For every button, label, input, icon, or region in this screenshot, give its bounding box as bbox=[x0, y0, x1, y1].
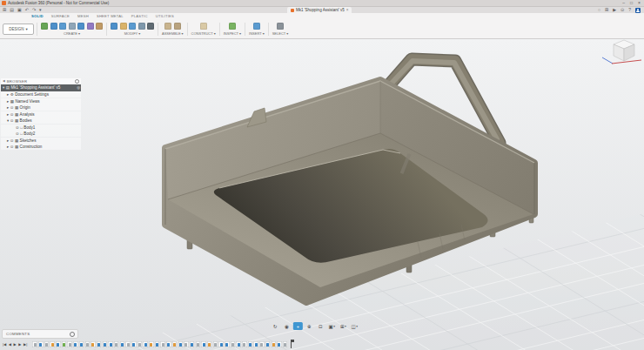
save-icon[interactable]: ▣ bbox=[17, 7, 22, 13]
timeline-feature-icon[interactable] bbox=[38, 341, 44, 347]
group-insert-label[interactable]: INSERT bbox=[249, 31, 262, 36]
extensions-icon[interactable]: ⊞ bbox=[605, 7, 608, 13]
profile-avatar[interactable] bbox=[635, 8, 641, 13]
timeline-feature-icon[interactable] bbox=[160, 341, 165, 347]
group-create-label[interactable]: CREATE bbox=[64, 31, 77, 36]
caret-right-icon[interactable]: ▸ bbox=[7, 144, 9, 150]
move-copy-icon[interactable] bbox=[147, 23, 154, 30]
help-icon[interactable]: ? bbox=[628, 7, 631, 13]
timeline-feature-icon[interactable] bbox=[196, 341, 201, 347]
timeline-feature-icon[interactable] bbox=[236, 341, 241, 347]
timeline-feature-icon[interactable] bbox=[73, 341, 78, 347]
group-select-label[interactable]: SELECT bbox=[272, 31, 286, 36]
new-component-icon[interactable] bbox=[41, 23, 48, 30]
assemble-component-icon[interactable] bbox=[164, 23, 171, 30]
revolve-icon[interactable] bbox=[59, 23, 66, 30]
group-assemble-label[interactable]: ASSEMBLE bbox=[162, 31, 181, 36]
timeline-feature-icon[interactable] bbox=[259, 341, 265, 347]
tab-utilities[interactable]: UTILITIES bbox=[156, 13, 174, 20]
timeline-feature-icon[interactable] bbox=[67, 341, 72, 347]
eye-icon[interactable]: ⊙ bbox=[16, 125, 19, 131]
tab-sheet-metal[interactable]: SHEET METAL bbox=[97, 13, 124, 20]
browser-item-analysis[interactable]: ▸ ⊙ ▦ Analysis bbox=[1, 111, 81, 118]
job-status-icon[interactable]: ▶ bbox=[613, 7, 616, 13]
press-pull-icon[interactable] bbox=[111, 23, 117, 30]
browser-item-construction[interactable]: ▸ ⊙ ▦ Construction bbox=[1, 144, 81, 150]
timeline-feature-icon[interactable] bbox=[56, 341, 61, 347]
timeline-feature-icon[interactable] bbox=[120, 341, 125, 347]
viewport-canvas[interactable]: ◀ BROWSER ▾ ▤ Mk1 'Shopping Assistant' v… bbox=[0, 38, 644, 350]
close-button[interactable]: × bbox=[638, 0, 641, 6]
display-settings-button[interactable]: ▣▾ bbox=[327, 322, 337, 330]
step-forward-button[interactable]: ▶ bbox=[18, 342, 21, 347]
collapse-browser-icon[interactable]: ◀ bbox=[3, 79, 5, 83]
browser-item-origin[interactable]: ▸ ⊙ ▦ Origin bbox=[1, 104, 81, 111]
timeline-feature-icon[interactable] bbox=[149, 341, 154, 347]
timeline-feature-icon[interactable] bbox=[248, 341, 253, 347]
timeline-feature-icon[interactable] bbox=[155, 341, 160, 347]
zoom-button[interactable]: ⊕ bbox=[305, 322, 314, 330]
viewports-button[interactable]: ◫▾ bbox=[350, 322, 359, 330]
construction-plane-icon[interactable] bbox=[200, 23, 207, 30]
notifications-icon[interactable]: ⊙ bbox=[621, 7, 624, 13]
minimize-button[interactable]: – bbox=[622, 0, 625, 6]
timeline-feature-icon[interactable] bbox=[283, 341, 288, 347]
timeline-feature-icon[interactable] bbox=[131, 341, 137, 347]
design-workspace-button[interactable]: DESIGN ▾ bbox=[3, 24, 34, 35]
orbit-button[interactable]: ↻ bbox=[271, 322, 280, 330]
eye-icon[interactable]: ⊙ bbox=[10, 111, 14, 118]
fit-button[interactable]: ⊡ bbox=[316, 322, 325, 330]
caret-right-icon[interactable]: ▸ bbox=[7, 91, 9, 98]
timeline-feature-icon[interactable] bbox=[125, 341, 131, 347]
timeline-feature-icon[interactable] bbox=[97, 341, 102, 347]
timeline-feature-icon[interactable] bbox=[108, 341, 113, 347]
timeline-feature-icon[interactable] bbox=[172, 341, 178, 347]
caret-right-icon[interactable]: ▸ bbox=[7, 138, 9, 144]
browser-root-node[interactable]: ▾ ▤ Mk1 'Shopping Assistant' v5 ◎ bbox=[1, 84, 81, 91]
comments-panel[interactable]: COMMENTS bbox=[2, 329, 78, 339]
timeline-feature-icon[interactable] bbox=[85, 341, 91, 347]
tab-surface[interactable]: SURFACE bbox=[51, 13, 70, 20]
timeline-feature-icon[interactable] bbox=[166, 341, 171, 347]
tab-mesh[interactable]: MESH bbox=[77, 13, 89, 20]
undo-icon[interactable]: ↶ bbox=[25, 7, 29, 13]
document-tab[interactable]: Mk1 'Shopping Assistant' v5 × bbox=[287, 7, 352, 13]
combine-icon[interactable] bbox=[138, 23, 145, 30]
timeline-feature-icon[interactable] bbox=[103, 341, 108, 347]
step-back-button[interactable]: ◀ bbox=[9, 342, 11, 347]
timeline-feature-icon[interactable] bbox=[32, 341, 37, 347]
browser-item-named-views[interactable]: ▸ ▦ Named Views bbox=[1, 98, 81, 104]
look-at-button[interactable]: ◉ bbox=[282, 322, 292, 330]
timeline-feature-icon[interactable] bbox=[114, 341, 119, 347]
group-inspect-label[interactable]: INSPECT bbox=[224, 31, 238, 36]
eye-icon[interactable]: ⊙ bbox=[10, 118, 14, 124]
browser-item-body2[interactable]: ⊙ □ Body2 bbox=[1, 131, 81, 137]
extrude-icon[interactable] bbox=[50, 23, 57, 30]
pipe-icon[interactable] bbox=[96, 23, 103, 30]
eye-icon[interactable]: ⊙ bbox=[16, 131, 19, 137]
timeline-feature-icon[interactable] bbox=[91, 341, 96, 347]
timeline-feature-icon[interactable] bbox=[277, 341, 282, 347]
avatar-circle-icon[interactable]: ○ bbox=[598, 7, 600, 13]
timeline-feature-icon[interactable] bbox=[190, 341, 195, 347]
caret-right-icon[interactable]: ▸ bbox=[7, 104, 9, 111]
radio-icon[interactable]: ◎ bbox=[77, 84, 80, 91]
timeline-feature-icon[interactable] bbox=[138, 341, 143, 347]
shell-icon[interactable] bbox=[129, 23, 136, 30]
timeline-feature-icon[interactable] bbox=[231, 341, 236, 347]
timeline-feature-icon[interactable] bbox=[44, 341, 50, 347]
play-button[interactable]: ▶ bbox=[14, 342, 17, 347]
grid-and-snaps-button[interactable]: ⊞▾ bbox=[339, 322, 348, 330]
browser-item-body1[interactable]: ⊙ □ Body1 bbox=[1, 125, 81, 131]
caret-right-icon[interactable]: ▸ bbox=[7, 98, 9, 104]
go-to-end-button[interactable]: ▶| bbox=[23, 342, 27, 347]
eye-icon[interactable]: ⊙ bbox=[10, 138, 14, 144]
timeline-feature-icon[interactable] bbox=[178, 341, 184, 347]
caret-down-icon[interactable]: ▾ bbox=[3, 84, 4, 91]
data-panel-icon[interactable]: ⊞ bbox=[3, 7, 6, 13]
insert-canvas-icon[interactable] bbox=[253, 23, 260, 30]
pan-button[interactable]: + bbox=[293, 322, 303, 330]
joint-icon[interactable] bbox=[174, 23, 181, 30]
timeline-feature-icon[interactable] bbox=[50, 341, 55, 347]
timeline-feature-icon[interactable] bbox=[207, 341, 212, 347]
